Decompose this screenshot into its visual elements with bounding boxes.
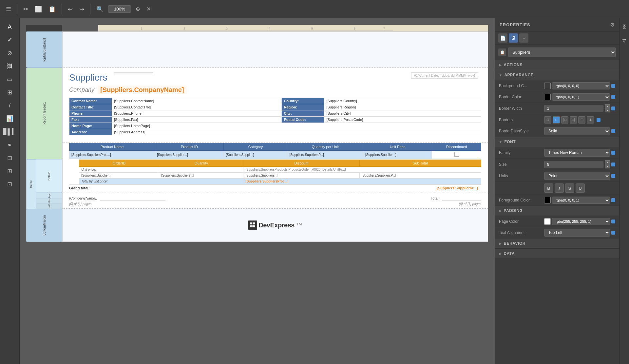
font-family-indicator[interactable] xyxy=(611,151,615,155)
total-by-unit-value: [Suppliers.SuppliersProc...] xyxy=(243,179,481,184)
undo-button[interactable]: ↩ xyxy=(66,4,75,14)
report-icon[interactable]: 📄 xyxy=(498,33,507,43)
page-color-indicator[interactable] xyxy=(611,220,615,223)
font-family-select[interactable]: Times New Roman xyxy=(544,149,610,157)
menu-button[interactable]: ☰ xyxy=(4,4,13,14)
border-color-indicator[interactable] xyxy=(611,95,615,99)
footer-total-line xyxy=(442,196,481,201)
border-width-spinner[interactable]: ▲ ▼ xyxy=(605,104,610,112)
border-color-swatch[interactable] xyxy=(544,94,551,100)
pagebreak-tool-icon[interactable]: ⊞ xyxy=(3,165,16,177)
border-width-up[interactable]: ▲ xyxy=(605,104,610,108)
font-units-select[interactable]: Point xyxy=(544,172,610,180)
rect-tool-icon[interactable]: ▭ xyxy=(3,73,16,85)
border-width-down[interactable]: ▼ xyxy=(605,108,610,112)
font-size-indicator[interactable] xyxy=(611,163,615,166)
paste-button[interactable]: 📋 xyxy=(47,4,58,14)
appearance-section-header[interactable]: ▼ APPEARANCE xyxy=(495,70,619,80)
image-tool-icon[interactable]: 🖼 xyxy=(3,60,16,72)
barcode-tool-icon[interactable]: ▊▌▍ xyxy=(3,126,16,138)
padding-section-header[interactable]: ▶ Padding xyxy=(495,206,619,216)
font-size-up[interactable]: ▲ xyxy=(605,160,610,164)
border-all-btn[interactable]: □ xyxy=(553,116,560,124)
grid-tool-icon[interactable]: ⊞ xyxy=(3,86,16,98)
strikethrough-button[interactable]: S xyxy=(565,183,574,193)
background-color-select[interactable]: rgba(0, 0, 0, 0) xyxy=(552,82,610,89)
phone-value: [Suppliers.Phone] xyxy=(112,110,282,117)
behavior-arrow-icon: ▶ xyxy=(499,242,502,245)
page-color-select[interactable]: rgba(255, 255, 255, 1) xyxy=(552,218,610,225)
font-style-buttons: B I S U xyxy=(544,183,615,193)
border-color-select[interactable]: rgba(0, 0, 0, 1) xyxy=(552,93,610,101)
border-top-btn[interactable]: ⊤ xyxy=(578,116,585,124)
border-dash-style-select[interactable]: Solid xyxy=(544,127,610,135)
right-sidebar: 🗄 ▽ xyxy=(619,18,629,364)
border-right-btn[interactable]: □| xyxy=(570,116,577,124)
redo-button[interactable]: ↪ xyxy=(77,4,86,14)
copy-button[interactable]: ⬜ xyxy=(33,4,44,14)
bold-button[interactable]: B xyxy=(544,183,553,193)
font-size-label: Size xyxy=(499,162,542,167)
font-section-header[interactable]: ▼ Font xyxy=(495,137,619,147)
line-tool-icon[interactable]: / xyxy=(3,100,16,111)
page-color-swatch[interactable] xyxy=(544,218,551,225)
crossband-tool-icon[interactable]: ⊡ xyxy=(3,178,16,190)
border-width-input[interactable] xyxy=(544,105,603,112)
font-size-input[interactable] xyxy=(544,161,603,168)
foreground-color-indicator[interactable] xyxy=(611,198,615,202)
database-icon[interactable]: 🗄 xyxy=(509,33,518,43)
foreground-color-swatch[interactable] xyxy=(544,197,551,203)
data-section-header[interactable]: ▶ DATA xyxy=(495,249,619,259)
right-icon-2[interactable]: ▽ xyxy=(618,35,629,47)
detail-report-sub: DetailReportBand DetailReport2 ReportBan… xyxy=(36,193,62,209)
right-icon-1[interactable]: 🗄 xyxy=(618,21,629,33)
border-bottom-btn[interactable]: ⊥ xyxy=(587,116,594,124)
borders-indicator[interactable] xyxy=(597,118,600,122)
close-button[interactable]: ✕ xyxy=(144,5,153,13)
total-by-unit-row: Total by unit price: [Suppliers.Supplier… xyxy=(79,179,481,184)
canvas-area[interactable]: 1 2 3 4 5 6 7 topMarginBand1 xyxy=(20,18,495,364)
font-size-down[interactable]: ▼ xyxy=(605,164,610,168)
background-color-swatch[interactable] xyxy=(544,83,551,89)
address-label: Address: xyxy=(69,129,112,135)
border-dash-style-indicator[interactable] xyxy=(611,129,615,133)
actions-arrow-icon: ▶ xyxy=(499,63,502,67)
border-left-btn[interactable]: |□ xyxy=(561,116,568,124)
border-width-indicator[interactable] xyxy=(611,106,615,110)
behavior-section-header[interactable]: ▶ BEHAVIOR xyxy=(495,239,619,249)
subreport-tool-icon[interactable]: ⊟ xyxy=(3,152,16,164)
orderid-cell: [Suppliers.Supplier...] xyxy=(79,173,159,179)
foreground-color-value: rgba(0, 0, 0, 1) xyxy=(544,197,615,204)
unit-price-header: Unit Price xyxy=(363,143,432,151)
foreground-color-select[interactable]: rgba(0, 0, 0, 1) xyxy=(552,197,610,204)
font-size-spinner[interactable]: ▲ ▼ xyxy=(605,160,610,168)
table-row: [Suppliers.Supplier...] [Suppliers.Suppl… xyxy=(79,173,481,179)
contact-name-value: [Suppliers.ContactName] xyxy=(112,98,282,104)
font-units-indicator[interactable] xyxy=(611,174,615,178)
zoom-input[interactable]: 100% xyxy=(108,5,131,13)
border-dash-style-row: BorderDashStyle Solid xyxy=(495,125,619,137)
link-tool-icon[interactable]: ⚭ xyxy=(3,139,16,151)
italic-button[interactable]: I xyxy=(555,183,564,193)
devexpress-trademark: ™ xyxy=(296,221,302,229)
grand-total-row: Grand total: [Suppliers.SuppliersP...] xyxy=(69,184,481,191)
gear-icon[interactable]: ⚙ xyxy=(610,22,615,28)
zoom-out-button[interactable]: 🔍 xyxy=(94,4,105,14)
border-all-outer-btn[interactable]: ⊡ xyxy=(544,116,551,124)
checkbox-tool-icon[interactable]: ✔ xyxy=(3,34,16,46)
text-tool-icon[interactable]: A xyxy=(3,21,16,33)
text-alignment-indicator[interactable] xyxy=(611,231,615,235)
font-family-label: Family xyxy=(499,150,542,155)
footer-company-line xyxy=(100,196,165,201)
underline-button[interactable]: U xyxy=(576,183,585,193)
cut-button[interactable]: ✂ xyxy=(21,4,30,14)
filter-icon[interactable]: ▽ xyxy=(519,33,528,43)
chart-tool-icon[interactable]: 📊 xyxy=(3,113,16,125)
actions-section-header[interactable]: ▶ ACTIONS xyxy=(495,60,619,70)
product-name-header: Product Name xyxy=(69,143,155,151)
zoom-in-button[interactable]: ⊕ xyxy=(134,5,142,13)
background-color-indicator[interactable] xyxy=(611,84,615,88)
text-alignment-select[interactable]: Top Left xyxy=(544,229,610,237)
component-select[interactable]: Suppliers xyxy=(508,48,616,57)
cross-tool-icon[interactable]: ⊘ xyxy=(3,47,16,59)
